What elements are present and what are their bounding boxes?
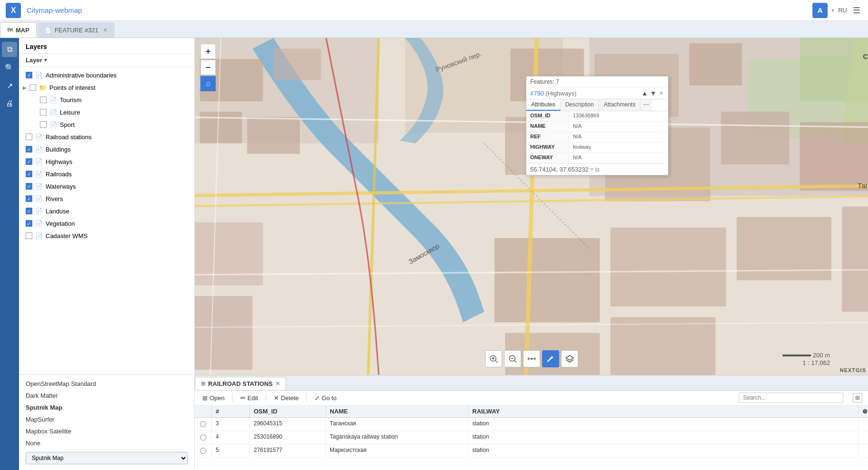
layer-item-rivers[interactable]: ✓ 📄 Rivers <box>19 192 194 205</box>
map-container[interactable]: Замосквор Руновский пер. СКИЙ Таганская … <box>195 38 868 375</box>
avatar-dropdown-arrow[interactable]: ▾ <box>831 7 834 14</box>
attr-row-name: NAME N/A <box>526 122 668 132</box>
zoom-out-tool[interactable] <box>504 350 521 367</box>
menu-button[interactable]: ☰ <box>851 3 862 18</box>
layer-item-vegetation[interactable]: ✓ 📄 Vegetation <box>19 217 194 230</box>
layer-item-tourism[interactable]: 📄 Tourism <box>19 94 194 106</box>
basemap-mapbox[interactable]: Mapbox Satellite <box>19 425 194 437</box>
popup-tab-attachments[interactable]: Attachments <box>599 99 641 111</box>
table-tab-icon: ⊞ <box>201 381 205 387</box>
print-icon[interactable]: 🖨 <box>2 96 17 111</box>
basemap-none[interactable]: None <box>19 437 194 449</box>
layer-item-buildings[interactable]: ✓ 📄 Buildings <box>19 143 194 155</box>
layer-file-icon-rivers: 📄 <box>35 195 43 202</box>
layer-checkbox-admin[interactable]: ✓ <box>26 72 32 78</box>
layer-item-leisure[interactable]: 📄 Leisure <box>19 106 194 118</box>
feature-popup: Features: 7 #790 (Highways) ▲ ▼ × Attrib… <box>526 76 668 175</box>
table-goto-button[interactable]: ⤢ Go to <box>313 393 339 403</box>
layer-checkbox-waterways[interactable]: ✓ <box>26 183 32 190</box>
row-radio-5[interactable] <box>195 444 212 457</box>
layer-item-waterways[interactable]: ✓ 📄 Waterways <box>19 180 194 192</box>
layer-checkbox-railroad-stations[interactable] <box>26 134 32 140</box>
table-open-button[interactable]: ⊞ Open <box>200 393 227 403</box>
tool-separator-1 <box>232 393 233 402</box>
layer-checkbox-tourism[interactable] <box>40 96 47 103</box>
row-radio-4[interactable] <box>195 431 212 444</box>
basemap-dark[interactable]: Dark Matter <box>19 390 194 402</box>
col-header-id[interactable]: # <box>212 405 250 417</box>
layer-checkbox-sport[interactable] <box>40 121 47 128</box>
layer-checkbox-cadaster[interactable] <box>26 232 32 239</box>
tab-feature-close[interactable]: ✕ <box>103 27 107 33</box>
layer-checkbox-highways[interactable]: ✓ <box>26 158 32 165</box>
popup-header: #790 (Highways) ▲ ▼ × <box>526 87 668 99</box>
zoom-in-button[interactable]: + <box>200 44 216 59</box>
layers-icon[interactable]: ⧉ <box>2 42 17 57</box>
svg-rect-25 <box>610 317 716 375</box>
layer-item-landuse[interactable]: ✓ 📄 Landuse <box>19 205 194 217</box>
row-radio-3[interactable] <box>195 418 212 431</box>
tab-map[interactable]: 🗺 MAP <box>0 22 37 38</box>
share-icon[interactable]: ↗ <box>2 78 17 93</box>
layer-item-highways[interactable]: ✓ 📄 Highways <box>19 155 194 168</box>
layer-name-poi: Points of interest <box>49 84 188 91</box>
measure-tool[interactable] <box>523 350 540 367</box>
map-tab-icon: 🗺 <box>7 27 13 34</box>
table-content: # OSM_ID NAME RAILWAY ⊕ 3 296045315 Тага… <box>195 405 868 470</box>
attr-key-highway: HIGHWAY <box>526 143 569 153</box>
col-header-name[interactable]: NAME <box>326 405 468 417</box>
language-selector[interactable]: RU <box>838 7 847 14</box>
layer-item-railroads[interactable]: ✓ 📄 Railroads <box>19 168 194 180</box>
layer-item-sport[interactable]: 📄 Sport <box>19 118 194 131</box>
layer-checkbox-landuse[interactable]: ✓ <box>26 208 32 214</box>
popup-close-button[interactable]: × <box>658 89 664 97</box>
search-icon[interactable]: 🔍 <box>2 60 17 75</box>
popup-coord-arrow[interactable]: ▾ <box>591 166 593 173</box>
layer-item-admin[interactable]: ✓ 📄 Administrative boundaries <box>19 69 194 81</box>
layers-tool[interactable] <box>561 350 578 367</box>
layer-checkbox-rivers[interactable]: ✓ <box>26 195 32 202</box>
svg-rect-23 <box>842 207 868 312</box>
popup-coord-copy[interactable]: ⧉ <box>595 166 600 173</box>
layer-item-cadaster[interactable]: 📄 Cadaster WMS <box>19 230 194 242</box>
basemap-mapsurfer[interactable]: MapSurfer <box>19 413 194 425</box>
poi-group-expand[interactable]: ▶ <box>23 85 27 90</box>
edit-icon: ✏ <box>240 394 246 402</box>
table-tab-railroad-stations[interactable]: ⊞ RAILROAD STATIONS ✕ <box>195 377 286 390</box>
popup-nav-next[interactable]: ▼ <box>650 89 657 97</box>
tab-feature[interactable]: 📄 FEATURE #321 ✕ <box>38 22 114 38</box>
table-edit-button[interactable]: ✏ Edit <box>238 393 260 403</box>
tab-feature-label: FEATURE #321 <box>55 27 98 34</box>
home-button[interactable]: ⌂ <box>200 76 216 91</box>
attr-key-name: NAME <box>526 122 569 132</box>
layer-item-poi-group[interactable]: ▶ 📁 Points of interest <box>19 81 194 94</box>
popup-nav-prev[interactable]: ▲ <box>641 89 648 97</box>
zoom-out-button[interactable]: − <box>200 60 216 75</box>
table-tab-close[interactable]: ✕ <box>276 381 280 387</box>
layer-checkbox-vegetation[interactable]: ✓ <box>26 220 32 227</box>
col-header-railway[interactable]: RAILWAY <box>468 405 858 417</box>
popup-tab-description[interactable]: Description <box>561 99 599 111</box>
layer-checkbox-poi[interactable] <box>29 84 36 91</box>
edit-tool[interactable] <box>542 350 559 367</box>
layer-file-icon-landuse: 📄 <box>35 208 43 215</box>
row-name-5: Марксистская <box>326 444 468 457</box>
col-header-osm-id[interactable]: OSM_ID <box>250 405 326 417</box>
basemap-sputnik[interactable]: Sputnik Map <box>19 402 194 413</box>
popup-tab-more[interactable]: ⋯ <box>640 99 652 111</box>
avatar-button[interactable]: A <box>812 3 828 18</box>
table-delete-button[interactable]: ✕ Delete <box>272 393 301 403</box>
layer-checkbox-railroads[interactable]: ✓ <box>26 171 32 177</box>
zoom-in-tool[interactable] <box>485 350 502 367</box>
layer-file-icon-cadaster: 📄 <box>35 232 43 240</box>
table-search-input[interactable] <box>739 393 843 403</box>
table-corner-button[interactable]: ⊞ <box>853 393 862 403</box>
basemap-dropdown[interactable]: Sputnik Map <box>26 452 188 464</box>
popup-tab-attributes[interactable]: Attributes <box>526 99 561 111</box>
basemap-osm[interactable]: OpenStreetMap Standard <box>19 378 194 390</box>
layer-item-railroad-stations[interactable]: 📄 Railroad stations <box>19 131 194 143</box>
layer-filter-dropdown[interactable]: ▾ <box>44 57 47 63</box>
layer-checkbox-buildings[interactable]: ✓ <box>26 146 32 153</box>
attr-key-osm-id: OSM_ID <box>526 111 569 121</box>
layer-checkbox-leisure[interactable] <box>40 109 47 115</box>
